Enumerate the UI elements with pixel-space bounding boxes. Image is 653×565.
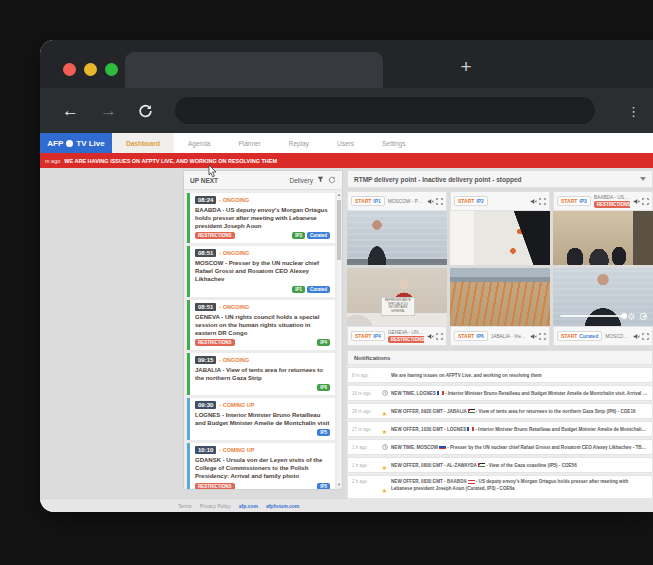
start-ip3-button[interactable]: STARTIP3 bbox=[557, 196, 591, 206]
address-bar[interactable] bbox=[175, 97, 595, 124]
nav-replay[interactable]: Replay bbox=[275, 133, 323, 153]
mute-icon[interactable] bbox=[633, 333, 640, 340]
star-icon: ★ bbox=[381, 403, 388, 419]
start-ip4-button[interactable]: STARTIP4 bbox=[351, 331, 385, 341]
video-thumbnail-jabalia-ip6[interactable] bbox=[450, 268, 550, 326]
delivery-badge: IP3 bbox=[292, 232, 305, 239]
event-title: GENEVA - UN rights council holds a speci… bbox=[195, 313, 330, 337]
notification-text: NEW OFFER, 0800 GMT - AL-ZAWAYDA- View o… bbox=[391, 463, 577, 468]
event-time: 08:24 bbox=[195, 196, 216, 204]
notification-time: 2 h ago bbox=[352, 479, 378, 484]
back-icon[interactable]: ← bbox=[62, 101, 79, 121]
filter-funnel-icon[interactable] bbox=[317, 176, 324, 184]
notification-row[interactable]: 1 h ago ★ NEW OFFER, 0800 GMT - AL-ZAWAY… bbox=[347, 457, 653, 473]
browser-tab[interactable] bbox=[125, 52, 383, 88]
notification-row[interactable]: 27 m ago ★ NEW OFFER, 1030 GMT - LOGNES-… bbox=[347, 421, 653, 437]
browser-navbar: ← → ⋮ bbox=[40, 88, 653, 133]
nav-users[interactable]: Users bbox=[323, 133, 368, 153]
up-next-item-gdansk[interactable]: 10:10COMING UP GDANSK - Ursula von der L… bbox=[187, 443, 335, 489]
notification-row[interactable]: 8 m ago We are having issues on AFPTV Li… bbox=[347, 367, 653, 383]
fullscreen-icon[interactable] bbox=[539, 198, 546, 205]
afp-tv-live-logo[interactable]: AFP TV Live bbox=[40, 133, 112, 153]
mute-icon[interactable] bbox=[427, 198, 434, 205]
up-next-scrollbar[interactable]: ▲ ▼ bbox=[337, 192, 341, 487]
nav-planner[interactable]: Planner bbox=[224, 133, 274, 153]
refresh-icon[interactable] bbox=[328, 176, 336, 185]
video-thumbnail-ip2[interactable] bbox=[450, 211, 550, 265]
nav-settings[interactable]: Settings bbox=[368, 133, 420, 153]
video-thumbnail-moscow-curated[interactable] bbox=[553, 268, 653, 326]
up-next-item-moscow[interactable]: 08:51ONGOING MOSCOW - Presser by the UN … bbox=[187, 246, 335, 296]
notification-row[interactable]: 26 m ago ★ NEW OFFER, 0920 GMT - JABALIA… bbox=[347, 403, 653, 419]
start-label: START bbox=[355, 198, 371, 204]
logo-product-text: TV Live bbox=[76, 139, 104, 148]
tile-title: JABALIA - View of tents ... bbox=[491, 334, 527, 339]
video-thumbnail-baabda-ip3[interactable] bbox=[553, 211, 653, 265]
afpforum-com-link[interactable]: afpforum.com bbox=[266, 503, 299, 509]
star-icon: ★ bbox=[381, 457, 388, 473]
rtmp-grid: STARTIP1 MOSCOW - Presser by t... STARTI… bbox=[347, 191, 653, 346]
start-target: IP2 bbox=[476, 198, 484, 204]
new-tab-button[interactable]: + bbox=[452, 53, 480, 81]
mute-icon[interactable] bbox=[530, 333, 537, 340]
rtmp-tile-curated: STARTCurated MOSCOW - Pres... bbox=[553, 268, 653, 346]
scrollbar-thumb[interactable] bbox=[337, 200, 341, 260]
nav-agenda[interactable]: Agenda bbox=[174, 133, 224, 153]
reload-icon[interactable] bbox=[138, 103, 153, 118]
notification-text: NEW TIME, LOGNES- Interior Minister Brun… bbox=[391, 391, 648, 396]
up-next-item-geneva[interactable]: 08:51ONGOING GENEVA - UN rights council … bbox=[187, 300, 335, 350]
start-ip1-button[interactable]: STARTIP1 bbox=[351, 196, 385, 206]
mute-icon[interactable] bbox=[633, 198, 640, 205]
up-next-item-baabda[interactable]: 08:24ONGOING BAABDA - US deputy envoy's … bbox=[187, 193, 335, 243]
up-next-item-jabalia[interactable]: 09:15ONGOING JABALIA - View of tents are… bbox=[187, 353, 335, 395]
terms-link[interactable]: Terms bbox=[178, 503, 192, 509]
france-flag-icon bbox=[437, 391, 444, 395]
privacy-policy-link[interactable]: Privacy Policy bbox=[200, 503, 231, 509]
minimize-window-icon[interactable] bbox=[84, 63, 97, 76]
forward-icon[interactable]: → bbox=[100, 101, 117, 121]
tile-bar: STARTIP1 MOSCOW - Presser by t... bbox=[347, 191, 447, 211]
fullscreen-icon[interactable] bbox=[539, 333, 546, 340]
russia-flag-icon bbox=[439, 445, 446, 449]
share-icon[interactable] bbox=[639, 312, 648, 321]
up-next-list[interactable]: 08:24ONGOING BAABDA - US deputy envoy's … bbox=[184, 190, 342, 489]
fullscreen-icon[interactable] bbox=[642, 198, 649, 205]
notification-row[interactable]: 1 h ago NEW TIME, MOSCOW- Presser by the… bbox=[347, 439, 653, 455]
notification-row[interactable]: 2 h ago ★ NEW OFFER, 0830 GMT - BAABDA- … bbox=[347, 475, 653, 499]
notification-time: 26 m ago bbox=[352, 409, 378, 414]
start-ip2-button[interactable]: STARTIP2 bbox=[454, 196, 488, 206]
mute-icon[interactable] bbox=[427, 333, 434, 340]
fullscreen-icon[interactable] bbox=[436, 198, 443, 205]
mute-icon[interactable] bbox=[530, 198, 537, 205]
video-thumbnail-geneva-ip4[interactable]: REPRESENTANTE SPECIALE DU SECRETAIRE GEN… bbox=[347, 268, 447, 326]
palestine-flag-icon bbox=[468, 409, 475, 413]
start-target: IP3 bbox=[579, 198, 587, 204]
start-ip6-button[interactable]: STARTIP6 bbox=[454, 331, 488, 341]
notification-row[interactable]: 16 m ago NEW TIME, LOGNES- Interior Mini… bbox=[347, 385, 653, 401]
chevron-down-icon[interactable] bbox=[640, 177, 646, 181]
fullscreen-icon[interactable] bbox=[436, 333, 443, 340]
close-window-icon[interactable] bbox=[63, 63, 76, 76]
maximize-window-icon[interactable] bbox=[105, 63, 118, 76]
start-label: START bbox=[561, 333, 577, 339]
browser-titlebar: + bbox=[40, 40, 653, 88]
nav-dashboard[interactable]: Dashboard bbox=[112, 133, 174, 153]
start-curated-button[interactable]: STARTCurated bbox=[557, 331, 602, 341]
video-thumbnail-moscow-ip1[interactable] bbox=[347, 211, 447, 265]
up-next-item-lognes[interactable]: 09:30COMING UP LOGNES - Interior Ministe… bbox=[187, 398, 335, 440]
video-seekbar[interactable] bbox=[560, 315, 625, 317]
scroll-up-icon[interactable]: ▲ bbox=[337, 192, 341, 197]
browser-menu-icon[interactable]: ⋮ bbox=[627, 103, 640, 118]
delivery-badge: Curated bbox=[307, 232, 330, 239]
settings-gear-icon[interactable] bbox=[627, 312, 636, 321]
lebanon-flag-icon bbox=[468, 480, 475, 484]
page-footer: Terms Privacy Policy afp.com afpforum.co… bbox=[40, 498, 653, 512]
event-status: COMING UP bbox=[219, 447, 254, 453]
tile-title: GENEVA - UN rights cou... bbox=[388, 330, 424, 335]
scroll-down-icon[interactable]: ▼ bbox=[337, 482, 341, 487]
fullscreen-icon[interactable] bbox=[642, 333, 649, 340]
notification-text: NEW OFFER, 0920 GMT - JABALIA- View of t… bbox=[391, 409, 636, 414]
france-flag-icon bbox=[467, 427, 474, 431]
afp-com-link[interactable]: afp.com bbox=[239, 503, 258, 509]
event-time: 09:15 bbox=[195, 356, 216, 364]
